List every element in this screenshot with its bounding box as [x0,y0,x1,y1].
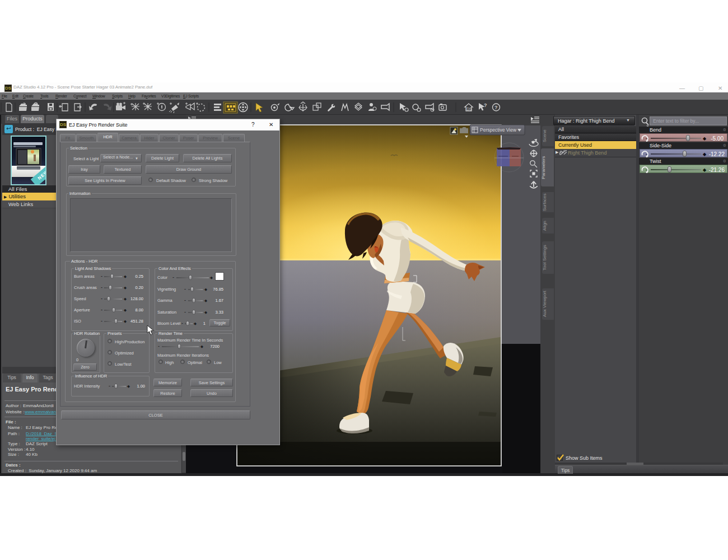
svg-text:?: ? [484,102,487,108]
svg-text:?: ? [494,105,498,110]
svg-text:DS: DS [466,107,472,111]
svg-text:Perspective View: Perspective View [480,127,517,133]
